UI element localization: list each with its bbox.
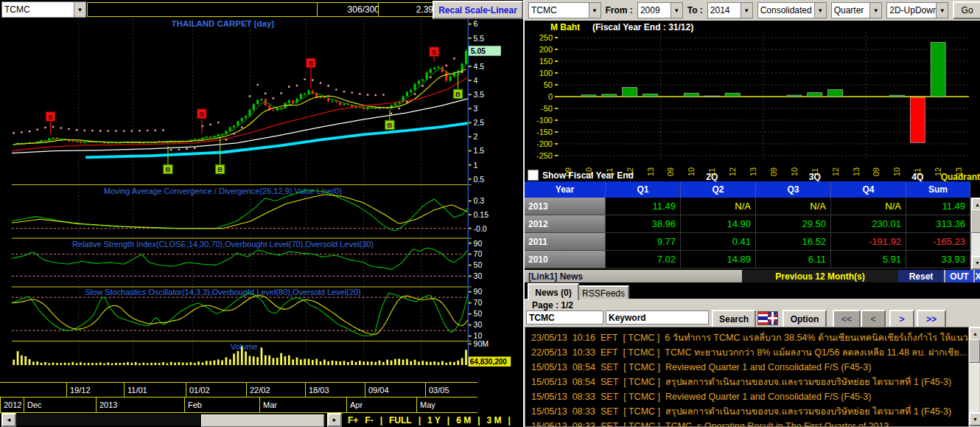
table-value-cell: 14.90	[681, 215, 756, 233]
table-row[interactable]: 201238.9614.9029.50230.01313.36	[525, 215, 980, 233]
range-button-1y[interactable]: 1 Y	[427, 415, 441, 426]
chart-scrollbar-track[interactable]	[17, 414, 326, 426]
stoch-percent_d-line	[12, 296, 468, 335]
quadrant-label: Quadrant	[941, 172, 980, 181]
rsi-tick-label: 50	[474, 260, 483, 269]
bar-chart-xtick: 13	[646, 167, 655, 176]
news-list-item[interactable]: 15/05/1308:54SET[ TCMC ]สรุปผลการดำเนินง…	[531, 375, 951, 389]
zoom-in-button[interactable]: F+	[348, 415, 358, 426]
stoch-tick-label: 30	[474, 320, 483, 329]
table-scrollbar[interactable]: ▲ ▼	[970, 198, 980, 270]
range-button-strip: F+F-|FULL|1 Y|6 M|3 M|	[348, 415, 511, 426]
bar-chart-xtick: 13	[852, 167, 861, 176]
quadrant-symbol-combobox[interactable]: TCMC▼	[528, 2, 601, 18]
bar-chart-ytick: 100	[539, 69, 553, 77]
symbol-combobox[interactable]: TCMC ▼	[1, 1, 86, 18]
news-next-page-button[interactable]: >	[889, 310, 914, 328]
chevron-down-icon[interactable]: ▼	[814, 3, 826, 18]
reset-button[interactable]: Reset	[898, 270, 944, 282]
range-separator: |	[380, 415, 382, 426]
go-button[interactable]: Go	[953, 1, 980, 19]
close-button[interactable]: X	[975, 270, 980, 282]
table-value-cell: 11.49	[906, 198, 970, 215]
chevron-down-icon[interactable]: ▼	[589, 3, 601, 18]
quarterly-bar-chart: M Baht(Fiscal Year End : 31/12)250200150…	[525, 21, 980, 181]
table-year-cell: 2012	[525, 215, 606, 233]
range-button-6m[interactable]: 6 M	[456, 415, 471, 426]
show-fiscal-year-end-checkbox[interactable]	[528, 170, 539, 181]
table-row[interactable]: 20119.770.4116.52-191.92-165.23	[525, 233, 980, 251]
news-list-item[interactable]: 15/05/1308:33SET[ TCMC ]Reviewed Quarter…	[531, 389, 871, 404]
fiscal-year-end-row: Show Fiscal Year End	[528, 170, 634, 181]
range-button-3m[interactable]: 3 M	[487, 415, 502, 426]
zoom-out-button[interactable]: F-	[365, 415, 373, 426]
table-scroll-down-button[interactable]: ▼	[971, 256, 980, 270]
news-source: SET	[601, 421, 618, 427]
table-value-cell: N/A	[681, 198, 756, 215]
news-symbol-input[interactable]	[526, 310, 603, 324]
news-first-page-button[interactable]: <<	[833, 310, 861, 328]
bar-chart-ytick: -250	[536, 151, 553, 160]
chevron-down-icon[interactable]: ▼	[741, 3, 752, 18]
news-date: 15/05/13	[531, 421, 567, 427]
table-value-cell: 313.36	[906, 215, 970, 233]
news-last-page-button[interactable]: >>	[917, 310, 946, 328]
news-period-note: Previous 12 Month(s)	[775, 271, 864, 282]
sell-marker: S	[307, 58, 315, 88]
price-and-indicators-chart: THAILAND CARPET [day]SSSSBBBB65.554.543.…	[0, 18, 523, 413]
news-source: SET	[601, 362, 618, 372]
period-combobox[interactable]: Quarter▼	[831, 2, 883, 18]
to-year-combobox[interactable]: 2014▼	[707, 2, 753, 18]
chart-toolbar: TCMC ▼ 306/300 2.39 Recal Scale-Linear	[0, 0, 523, 18]
tab-rssfeeds[interactable]: RSSFeeds	[578, 285, 629, 300]
option-button[interactable]: Option	[783, 310, 827, 328]
scroll-right-button[interactable]: ►	[327, 413, 342, 427]
statement-type-combobox[interactable]: Consolidated▼	[757, 2, 827, 18]
table-value-cell: N/A	[756, 198, 831, 215]
bar-chart-xtick: 12	[728, 167, 737, 176]
chevron-down-icon[interactable]: ▼	[936, 3, 948, 18]
chart-scrollbar-thumb[interactable]	[201, 414, 324, 427]
news-symbol: [ TCMC ]	[623, 362, 660, 372]
chart-info-box[interactable]	[87, 2, 323, 17]
scroll-left-button[interactable]: ◄	[1, 413, 16, 427]
table-value-cell: N/A	[831, 198, 906, 215]
tab-news[interactable]: News (0)	[528, 283, 579, 300]
chevron-down-icon[interactable]: ▼	[671, 3, 682, 18]
svg-text:1.5: 1.5	[474, 146, 485, 155]
from-year-combobox[interactable]: 2009▼	[637, 2, 683, 18]
language-flag-icon[interactable]	[757, 311, 778, 325]
news-symbol: [ TCMC ]	[623, 406, 660, 417]
search-button[interactable]: Search	[712, 310, 756, 328]
table-row[interactable]: 201311.49N/AN/AN/A11.49	[525, 198, 980, 215]
svg-text:S: S	[309, 59, 313, 67]
svg-text:3: 3	[474, 104, 478, 113]
table-row[interactable]: 20107.0214.896.115.9133.93	[525, 251, 980, 268]
macd-signal-line	[12, 195, 468, 229]
out-button[interactable]: OUT	[945, 270, 973, 282]
news-prev-page-button[interactable]: <	[861, 310, 886, 328]
price-change-box: 2.39	[378, 2, 437, 17]
chevron-down-icon[interactable]: ▼	[74, 2, 85, 17]
symbol-value: TCMC	[2, 4, 74, 15]
news-time: 08:33	[573, 392, 595, 402]
bar-chart-xtick: 13	[749, 167, 757, 176]
view-mode-combobox[interactable]: 2D-UpDown▼	[886, 2, 948, 18]
price-axis: 65.554.543.532.521.510.55.05	[469, 19, 501, 183]
svg-text:5.5: 5.5	[474, 34, 485, 43]
stoch-tick-label: 90	[474, 287, 483, 296]
news-scrollbar[interactable]: ▲ ▼	[968, 327, 979, 427]
range-button-full[interactable]: FULL	[389, 415, 412, 426]
news-scroll-down-button[interactable]: ▼	[969, 412, 980, 426]
news-scrollbar-thumb[interactable]	[969, 339, 980, 363]
recal-scale-button[interactable]: Recal Scale-Linear	[433, 1, 523, 19]
news-list-item[interactable]: 22/05/1310:33EFT[ TCMC ]TCMC ทะยานบวกกว่…	[531, 345, 967, 360]
news-list[interactable]: 23/05/1310:16EFT[ TCMC ]6 วันทำการ TCMC …	[525, 327, 968, 427]
news-list-item[interactable]: 15/05/1308:33SET[ TCMC ]TCMC_s Operating…	[531, 419, 889, 427]
news-keyword-input[interactable]	[606, 310, 709, 324]
news-list-item[interactable]: 15/05/1308:33SET[ TCMC ]สรุปผลการดำเนินง…	[531, 404, 951, 419]
news-list-item[interactable]: 23/05/1310:16EFT[ TCMC ]6 วันทำการ TCMC …	[531, 330, 968, 345]
news-list-item[interactable]: 15/05/1308:54SET[ TCMC ]Reviewed Quarter…	[531, 360, 871, 375]
chevron-down-icon[interactable]: ▼	[869, 3, 881, 18]
table-scrollbar-thumb[interactable]	[971, 209, 980, 233]
